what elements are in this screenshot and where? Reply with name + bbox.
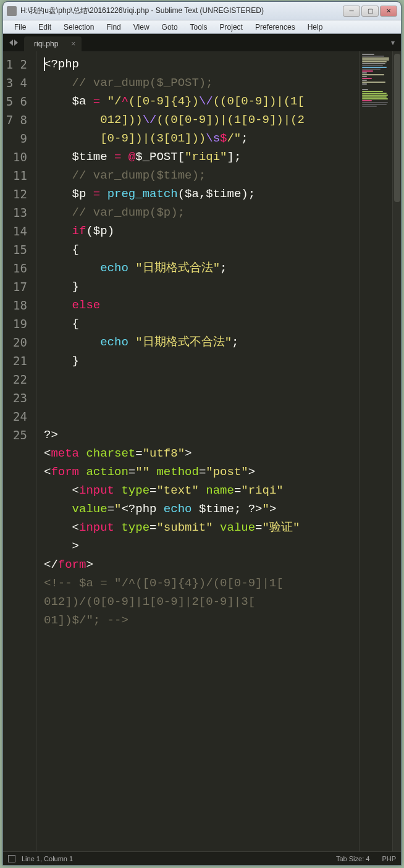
scrollbar-thumb[interactable] [394,54,400,202]
status-panel-icon[interactable] [8,855,15,862]
scrollbar[interactable] [392,51,401,851]
tab-menu-icon[interactable]: ▾ [385,35,401,51]
menu-selection[interactable]: Selection [57,22,100,33]
minimap[interactable] [359,51,392,851]
menu-tools[interactable]: Tools [184,22,214,33]
status-position[interactable]: Line 1, Column 1 [22,855,73,862]
tab-back-icon [9,40,13,46]
menubar: File Edit Selection Find View Goto Tools… [3,20,401,34]
tab-label: riqi.php [34,40,58,48]
minimize-button[interactable]: ─ [343,6,360,17]
menu-edit[interactable]: Edit [32,22,57,33]
window-buttons: ─ ▢ ✕ [343,6,397,17]
window: H:\我的u盘\php\总结\20161226\riqi.php - Subli… [2,1,402,866]
titlebar-text: H:\我的u盘\php\总结\20161226\riqi.php - Subli… [20,6,343,16]
menu-find[interactable]: Find [100,22,127,33]
tab-history[interactable] [7,37,24,48]
statusbar: Line 1, Column 1 Tab Size: 4 PHP [3,851,401,865]
close-button[interactable]: ✕ [380,6,397,17]
menu-project[interactable]: Project [214,22,249,33]
menu-preferences[interactable]: Preferences [249,22,301,33]
titlebar[interactable]: H:\我的u盘\php\总结\20161226\riqi.php - Subli… [3,2,401,20]
menu-view[interactable]: View [127,22,156,33]
status-tabsize[interactable]: Tab Size: 4 [336,855,369,862]
menu-help[interactable]: Help [301,22,329,33]
tabbar: riqi.php × ▾ [3,34,401,51]
menu-file[interactable]: File [8,22,32,33]
menu-goto[interactable]: Goto [156,22,184,33]
maximize-button[interactable]: ▢ [361,6,379,17]
editor: 1 2 3 4 5 6 7 8 9 10 11 12 13 14 15 16 1… [3,51,401,851]
app-icon [7,6,17,16]
tab-close-icon[interactable]: × [71,40,75,48]
code-area[interactable]: <?php // var_dump($_POST); $a = "/^([0-9… [36,51,359,851]
status-language[interactable]: PHP [382,855,396,862]
tab-forward-icon [14,40,18,46]
gutter: 1 2 3 4 5 6 7 8 9 10 11 12 13 14 15 16 1… [3,51,36,851]
tab-active[interactable]: riqi.php × [24,36,82,51]
